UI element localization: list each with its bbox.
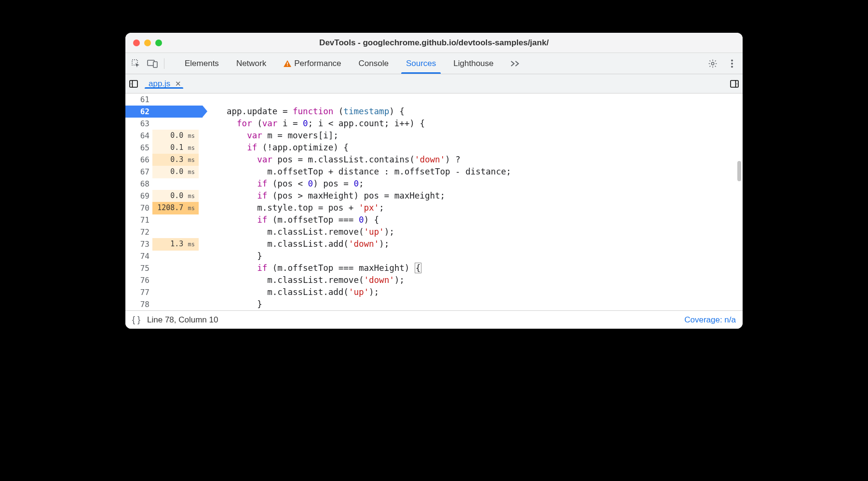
minimize-window-button[interactable]: [144, 40, 151, 46]
tab-elements[interactable]: Elements: [176, 53, 228, 74]
code-line[interactable]: if (pos > maxHeight) pos = maxHeight;: [227, 190, 743, 202]
svg-point-5: [711, 62, 714, 65]
close-tab-icon[interactable]: ✕: [175, 80, 181, 88]
gutter-row[interactable]: 71: [125, 214, 203, 226]
line-number: 61: [125, 94, 152, 106]
pretty-print-icon[interactable]: { }: [132, 315, 140, 325]
vertical-scrollbar[interactable]: [737, 161, 741, 181]
code-line[interactable]: m.offsetTop + distance : m.offsetTop - d…: [227, 166, 743, 178]
tab-label: Console: [359, 59, 389, 68]
gutter-row[interactable]: 63: [125, 118, 203, 130]
gutter-row[interactable]: 660.3 ms: [125, 154, 203, 166]
coverage-link[interactable]: Coverage: n/a: [684, 315, 736, 325]
line-number: 70: [125, 202, 152, 214]
window-title: DevTools - googlechrome.github.io/devtoo…: [125, 38, 743, 48]
gutter-row[interactable]: 68: [125, 178, 203, 190]
gutter-row[interactable]: 62: [125, 106, 203, 118]
line-timing: 0.1 ms: [152, 142, 199, 154]
gutter-row[interactable]: 701208.7 ms: [125, 202, 203, 214]
gutter-row[interactable]: 77: [125, 286, 203, 298]
show-navigator-icon[interactable]: [129, 80, 138, 88]
code-editor[interactable]: 616263640.0 ms650.1 ms660.3 ms670.0 ms68…: [125, 94, 743, 310]
gutter-row[interactable]: 76: [125, 274, 203, 286]
gutter-row[interactable]: 690.0 ms: [125, 190, 203, 202]
code-line[interactable]: m.classList.add('up');: [227, 286, 743, 298]
gutter-row[interactable]: 75: [125, 262, 203, 274]
line-number: 78: [125, 298, 152, 310]
line-number: 65: [125, 142, 152, 154]
line-number: 66: [125, 154, 152, 166]
device-toolbar-icon[interactable]: [146, 57, 159, 70]
line-timing: 0.3 ms: [152, 154, 199, 166]
kebab-menu-icon[interactable]: [725, 57, 739, 70]
code-line[interactable]: m.classList.remove('up');: [227, 226, 743, 238]
line-number: 62: [125, 106, 152, 118]
code-line[interactable]: var pos = m.classList.contains('down') ?: [227, 154, 743, 166]
tab-lighthouse[interactable]: Lighthouse: [445, 53, 502, 74]
line-number: 77: [125, 286, 152, 298]
tab-label: Performance: [294, 59, 341, 68]
tab-label: Lighthouse: [453, 59, 493, 68]
line-number: 67: [125, 166, 152, 178]
gutter-row[interactable]: 670.0 ms: [125, 166, 203, 178]
gutter-row[interactable]: 61: [125, 94, 203, 106]
tab-performance[interactable]: Performance: [275, 53, 350, 74]
code-line[interactable]: m.style.top = pos + 'px';: [227, 202, 743, 214]
line-number: 69: [125, 190, 152, 202]
zoom-window-button[interactable]: [155, 40, 162, 46]
line-timing: 0.0 ms: [152, 190, 199, 202]
svg-rect-3: [287, 62, 288, 65]
inspect-element-icon[interactable]: [129, 57, 143, 70]
gutter-row[interactable]: 78: [125, 298, 203, 310]
settings-icon[interactable]: [706, 57, 719, 70]
svg-point-8: [731, 66, 733, 67]
code-line[interactable]: app.update = function (timestamp) {: [227, 106, 743, 118]
close-window-button[interactable]: [133, 40, 140, 46]
gutter-row[interactable]: 731.3 ms: [125, 238, 203, 250]
code-line[interactable]: var m = movers[i];: [227, 130, 743, 142]
gutter-row[interactable]: 74: [125, 250, 203, 262]
gutter[interactable]: 616263640.0 ms650.1 ms660.3 ms670.0 ms68…: [125, 94, 203, 310]
code-line[interactable]: if (pos < 0) pos = 0;: [227, 178, 743, 190]
tab-label: Network: [236, 59, 266, 68]
line-number: 71: [125, 214, 152, 226]
editor-tab-bar: app.js ✕: [125, 74, 743, 94]
gutter-row[interactable]: 72: [125, 226, 203, 238]
svg-rect-2: [153, 62, 157, 67]
tab-console[interactable]: Console: [350, 53, 397, 74]
line-number: 72: [125, 226, 152, 238]
code-area[interactable]: app.update = function (timestamp) { for …: [203, 94, 743, 310]
code-line[interactable]: for (var i = 0; i < app.count; i++) {: [227, 118, 743, 130]
tab-network[interactable]: Network: [228, 53, 275, 74]
code-line[interactable]: m.classList.remove('down');: [227, 274, 743, 286]
show-debugger-icon[interactable]: [730, 80, 739, 88]
line-number: 63: [125, 118, 152, 130]
panel-tabs: ElementsNetworkPerformanceConsoleSources…: [176, 53, 502, 74]
more-tabs-icon[interactable]: [508, 57, 522, 70]
gutter-row[interactable]: 640.0 ms: [125, 130, 203, 142]
main-toolbar: ElementsNetworkPerformanceConsoleSources…: [125, 53, 743, 74]
code-line[interactable]: m.classList.add('down');: [227, 238, 743, 250]
code-line[interactable]: if (!app.optimize) {: [227, 142, 743, 154]
cursor-position: Line 78, Column 10: [147, 315, 218, 325]
divider: [164, 58, 164, 69]
gutter-row[interactable]: 650.1 ms: [125, 142, 203, 154]
titlebar: DevTools - googlechrome.github.io/devtoo…: [125, 33, 743, 53]
code-line[interactable]: [227, 94, 743, 106]
code-line[interactable]: if (m.offsetTop === 0) {: [227, 214, 743, 226]
warning-icon: [284, 60, 291, 67]
code-line[interactable]: }: [227, 250, 743, 262]
tab-sources[interactable]: Sources: [397, 53, 445, 74]
status-bar: { } Line 78, Column 10 Coverage: n/a: [125, 310, 743, 329]
traffic-lights: [133, 40, 162, 46]
line-timing: 1.3 ms: [152, 238, 199, 251]
code-line[interactable]: }: [227, 298, 743, 310]
code-line[interactable]: if (m.offsetTop === maxHeight) {: [227, 262, 743, 274]
line-number: 75: [125, 262, 152, 274]
file-tab-appjs[interactable]: app.js ✕: [142, 79, 186, 89]
svg-rect-4: [287, 65, 288, 66]
file-tab-label: app.js: [149, 79, 170, 89]
line-number: 74: [125, 250, 152, 262]
svg-point-7: [731, 63, 733, 65]
svg-point-6: [731, 59, 733, 61]
